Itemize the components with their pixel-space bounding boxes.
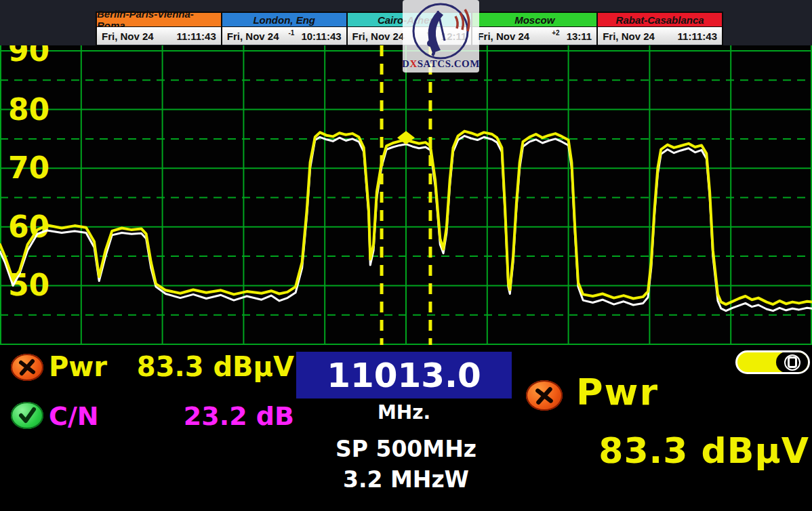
toggle-knob[interactable] — [776, 352, 809, 373]
clock-date: Fri, Nov 24 — [352, 30, 405, 42]
satellite-dish-icon — [403, 0, 479, 60]
y-axis-tick-label: 80 — [8, 92, 49, 127]
pwr-status-x-icon — [11, 354, 43, 381]
spectrum-chart-svg: 9080706050 — [0, 45, 812, 345]
clock-date: Fri, Nov 24 — [477, 30, 529, 42]
bandwidth-label: 3.2 MHzW — [257, 466, 555, 493]
clock-date: Fri, Nov 24 — [603, 30, 655, 42]
clock-city-label: Rabat-Casablanca — [598, 13, 722, 27]
pwr-value: 83.3 dBµV — [102, 351, 294, 382]
clock-time-row: Fri, Nov 24 11:11:43 — [598, 27, 722, 45]
pwr-value-large: 83.3 dBµV — [522, 430, 809, 471]
clock-london: London, Eng Fri, Nov 24 -1 10:11:43 — [222, 13, 348, 46]
clock-time: 10:11:43 — [301, 30, 341, 42]
frequency-value: 11013.0 — [327, 356, 481, 395]
clock-time-row: Fri, Nov 24 11:11:43 — [97, 27, 221, 45]
y-axis-tick-label: 90 — [8, 45, 49, 68]
cn-value: 23.2 dB — [102, 401, 294, 431]
speaker-ring-icon — [784, 354, 800, 371]
x-icon — [17, 359, 37, 376]
dxsatcs-logo: DXSATCS.COM — [403, 0, 479, 73]
pwr-label: Pwr — [49, 351, 107, 382]
pwr-status-x-icon-right — [526, 380, 563, 411]
logo-d: D — [402, 58, 409, 69]
check-icon — [17, 407, 37, 424]
cn-label: C/N — [49, 401, 99, 431]
speaker-core-icon — [788, 356, 797, 368]
clock-time-row: Fri, Nov 24 +2 13:11 — [472, 27, 596, 45]
clock-moscow: Moscow Fri, Nov 24 +2 13:11 — [472, 13, 598, 46]
cn-status-ok-icon — [11, 402, 43, 429]
logo-text: DXSATCS.COM — [402, 58, 480, 70]
clock-city-label: Moscow — [472, 13, 596, 27]
spectrum-analyzer-screen: Berlin-Paris-Vienna-Roma Fri, Nov 24 11:… — [0, 0, 812, 511]
measurement-panel: Pwr 83.3 dBµV C/N 23.2 dB 11013.0 MHz. S… — [0, 345, 812, 511]
clock-berlin: Berlin-Paris-Vienna-Roma Fri, Nov 24 11:… — [97, 13, 222, 46]
clock-time: 11:11:43 — [678, 30, 717, 42]
frequency-unit: MHz. — [296, 401, 512, 424]
clock-time-row: Fri, Nov 24 -1 10:11:43 — [222, 27, 346, 45]
toggle-switch[interactable] — [735, 350, 810, 374]
logo-x: X — [409, 58, 417, 69]
pwr-label-large: Pwr — [576, 371, 659, 413]
clock-date: Fri, Nov 24 — [102, 30, 154, 42]
logo-rest: SATCS.COM — [418, 58, 480, 69]
spectrum-chart: 9080706050 — [0, 45, 812, 345]
clock-city-label: Berlin-Paris-Vienna-Roma — [97, 13, 221, 27]
clock-time: 11:11:43 — [176, 30, 216, 42]
clock-time: 13:11 — [567, 30, 592, 42]
x-icon — [533, 386, 555, 405]
frequency-display[interactable]: 11013.0 — [296, 352, 512, 398]
clock-rabat: Rabat-Casablanca Fri, Nov 24 11:11:43 — [598, 13, 722, 46]
clock-date: Fri, Nov 24 — [227, 30, 279, 42]
span-label: SP 500MHz — [257, 436, 555, 462]
clock-city-label: London, Eng — [222, 13, 346, 27]
y-axis-tick-label: 70 — [8, 150, 49, 185]
utc-offset: +2 — [552, 29, 559, 37]
utc-offset: -1 — [288, 29, 294, 37]
